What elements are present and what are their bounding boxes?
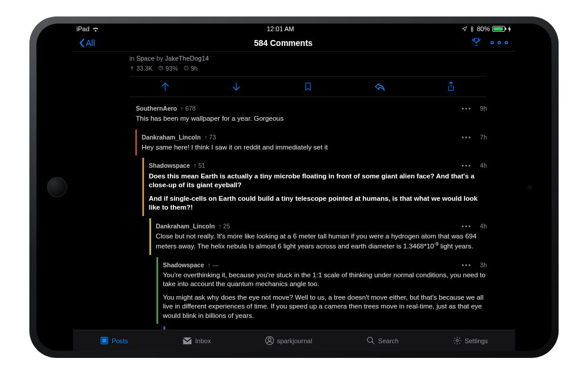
post-age: 9h [183,64,198,72]
in-label: in [129,55,135,62]
tab-label: Inbox [195,337,211,344]
comment-more-icon[interactable]: ••• [462,104,472,112]
comment-author[interactable]: Dankraham_Lincoln [142,133,201,141]
comment-score: ↑ 51 [193,161,205,170]
ipad-frame: iPad 12:01 AM 80% [29,16,559,358]
comment[interactable]: Dankraham_Lincoln↑ 73•••7hHey same here!… [135,130,487,156]
comment-score: ↑ — [208,261,219,269]
post-author[interactable]: JakeTheDog14 [165,55,209,62]
device-label: iPad [76,25,89,32]
comment-author[interactable]: SouthernAero [136,104,177,112]
tab-label: Posts [112,337,128,344]
tab-posts[interactable]: Posts [100,336,128,345]
post-stats: 33.3K 93% 9h [129,64,487,76]
ipad-bezel: iPad 12:01 AM 80% [36,24,552,351]
tab-search[interactable]: Search [366,336,399,345]
battery-icon [492,26,505,32]
comment-body: Does this mean Earth is actually a tiny … [149,170,487,213]
comment-score: ↑ 73 [204,133,216,141]
clock: 12:01 AM [267,25,294,32]
comment-age: 4h [480,161,487,170]
comment-author[interactable]: Shadowspace [149,161,190,170]
upvote-button[interactable] [159,80,172,93]
comment-more-icon[interactable]: ••• [462,222,472,230]
battery-percent: 80% [477,25,490,32]
comment-body: This has been my wallpaper for a year. G… [136,112,487,124]
comment-age: 3h [480,261,487,269]
upvote-ratio: 93% [158,64,178,72]
svg-rect-3 [102,339,107,343]
comment-score: ↑ 25 [218,222,230,230]
comment-header: Shadowspace↑ 51•••4h [149,161,487,170]
svg-point-0 [159,67,163,71]
camera-dot [528,185,532,189]
trophy-icon[interactable] [472,37,481,49]
tab-label: Search [378,337,399,344]
subreddit-name[interactable]: Space [136,55,155,62]
comment-age: 9h [480,104,487,112]
comment-header: Dankraham_Lincoln↑ 25•••4h [156,222,487,230]
tab-bar: Posts Inbox sparkjournal Search Settings [73,330,515,351]
downvote-button[interactable] [230,80,243,93]
wifi-icon [92,26,99,32]
by-label: by [156,55,163,62]
comment-body: Close but not really. It's more like loo… [156,230,487,251]
tab-inbox[interactable]: Inbox [182,337,211,344]
status-bar: iPad 12:01 AM 80% [73,24,515,34]
comment-author[interactable]: Dankraham_Lincoln [156,222,215,230]
back-label: All [86,38,95,48]
tab-label: Settings [465,337,488,344]
upvote-count: 33.3K [129,64,152,72]
comment-age: 7h [480,133,487,141]
comment-more-icon[interactable]: ••• [462,261,472,269]
comment-age: 4h [480,222,487,230]
comment-body: You're overthinking it, because you're s… [163,269,487,321]
screen: iPad 12:01 AM 80% [73,24,515,351]
location-icon [462,26,467,32]
tab-settings[interactable]: Settings [453,336,488,345]
reply-button[interactable] [373,80,386,93]
save-button[interactable] [302,80,315,93]
comment-score: ↑ 678 [181,104,196,112]
comment[interactable]: SouthernAero↑ 678•••9hThis has been my w… [129,101,487,127]
svg-point-7 [456,340,459,342]
comment-header: Dankraham_Lincoln↑ 73•••7h [142,133,487,141]
comment-more-icon[interactable]: ••• [462,133,472,141]
comment-more-icon[interactable]: ••• [462,161,472,170]
post-action-bar [129,76,487,97]
comment-header: Shadowspace↑ —•••3h [163,261,487,269]
charging-icon [507,26,512,32]
bluetooth-icon [470,26,475,32]
content-area[interactable]: in Space by JakeTheDog14 33.3K 93% [73,52,515,330]
more-options-icon[interactable]: ∘∘∘ [489,37,510,48]
svg-point-5 [268,338,271,341]
post-meta: in Space by JakeTheDog14 [129,52,487,64]
share-button[interactable] [445,80,457,93]
comment[interactable]: Shadowspace↑ —•••3hYou're overthinking i… [156,257,487,324]
comment-author[interactable]: Shadowspace [163,261,204,269]
tab-profile[interactable]: sparkjournal [265,336,312,345]
tab-label: sparkjournal [277,337,312,344]
page-title: 584 Comments [254,38,313,48]
comment[interactable]: Dankraham_Lincoln↑ 25•••4hClose but not … [149,218,487,255]
comment-header: SouthernAero↑ 678•••9h [136,104,487,112]
nav-bar: All 584 Comments ∘∘∘ [73,34,515,52]
comment-body: Hey same here! I think I saw it on reddi… [142,141,487,152]
home-button[interactable] [47,177,67,197]
back-button[interactable]: All [78,38,95,48]
comment[interactable]: Shadowspace↑ 51•••4hDoes this mean Earth… [142,158,487,215]
